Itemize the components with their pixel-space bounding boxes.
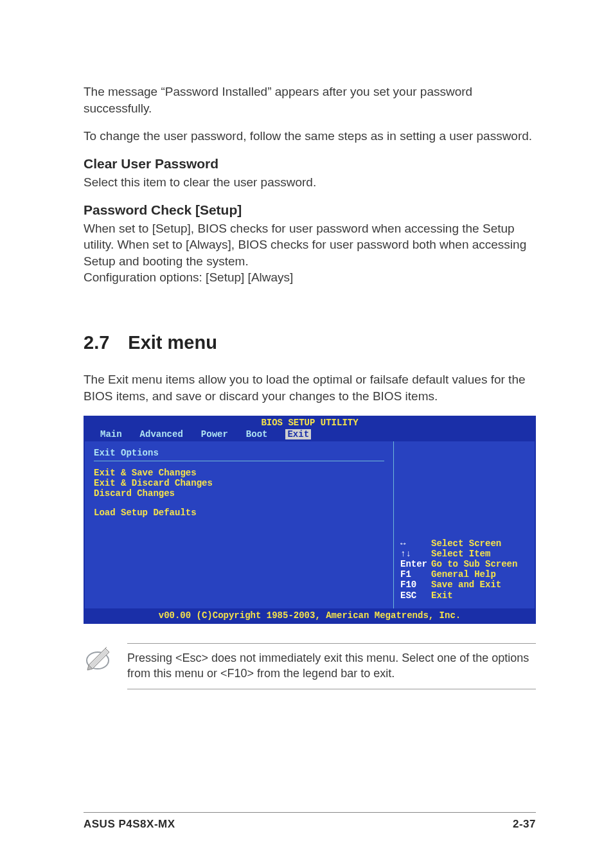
bios-help-row-select-screen: ↔Select Screen — [400, 538, 517, 549]
bios-tab-advanced: Advanced — [140, 429, 183, 439]
bios-opt-exit-save: Exit & Save Changes — [94, 468, 384, 478]
bios-body: Exit Options Exit & Save Changes Exit & … — [84, 441, 536, 608]
heading-exit-menu: 2.7 Exit menu — [84, 332, 536, 353]
bios-title: BIOS SETUP UTILITY — [89, 418, 531, 428]
note-text: Pressing <Esc> does not immediately exit… — [127, 643, 536, 690]
pencil-icon — [84, 643, 113, 673]
bios-tab-boot: Boot — [246, 429, 268, 439]
note-block: Pressing <Esc> does not immediately exit… — [84, 643, 536, 690]
bios-divider — [94, 461, 384, 461]
paragraph-password-check-options: Configuration options: [Setup] [Always] — [84, 269, 536, 286]
footer-right: 2-37 — [513, 818, 536, 831]
heading-password-check: Password Check [Setup] — [84, 202, 536, 218]
bios-help-row-f1: F1General Help — [400, 569, 517, 580]
bios-copyright: v00.00 (C)Copyright 1985-2003, American … — [84, 608, 536, 624]
paragraph-password-check-desc: When set to [Setup], BIOS checks for use… — [84, 220, 536, 270]
bios-help-row-esc: ESCExit — [400, 590, 517, 601]
bios-tab-main: Main — [100, 429, 122, 439]
paragraph-clear-user-password: Select this item to clear the user passw… — [84, 174, 536, 191]
bios-tab-exit: Exit — [285, 429, 311, 439]
bios-section-label: Exit Options — [94, 448, 384, 458]
bios-header: BIOS SETUP UTILITY Main Advanced Power B… — [84, 416, 536, 441]
bios-help-row-select-item: ↑↓Select Item — [400, 549, 517, 559]
paragraph-password-installed: The message “Password Installed” appears… — [84, 84, 536, 116]
bios-help-row-f10: F10Save and Exit — [400, 580, 517, 590]
bios-help-block: ↔Select Screen ↑↓Select Item EnterGo to … — [400, 538, 517, 601]
heading-clear-user-password: Clear User Password — [84, 156, 536, 172]
bios-menu-row: Main Advanced Power Boot Exit — [89, 429, 531, 439]
bios-screenshot: BIOS SETUP UTILITY Main Advanced Power B… — [84, 416, 536, 623]
bios-tab-power: Power — [201, 429, 228, 439]
page-footer: ASUS P4S8X-MX 2-37 — [84, 812, 536, 831]
bios-opt-exit-discard: Exit & Discard Changes — [94, 478, 384, 488]
bios-opt-load-defaults: Load Setup Defaults — [94, 508, 384, 518]
bios-help-row-enter: EnterGo to Sub Screen — [400, 559, 517, 569]
bios-right-pane: ↔Select Screen ↑↓Select Item EnterGo to … — [393, 441, 535, 608]
paragraph-exit-menu-intro: The Exit menu items allow you to load th… — [84, 371, 536, 404]
paragraph-change-password: To change the user password, follow the … — [84, 128, 536, 145]
bios-opt-discard: Discard Changes — [94, 488, 384, 499]
bios-left-pane: Exit Options Exit & Save Changes Exit & … — [85, 441, 393, 608]
footer-left: ASUS P4S8X-MX — [84, 818, 175, 831]
